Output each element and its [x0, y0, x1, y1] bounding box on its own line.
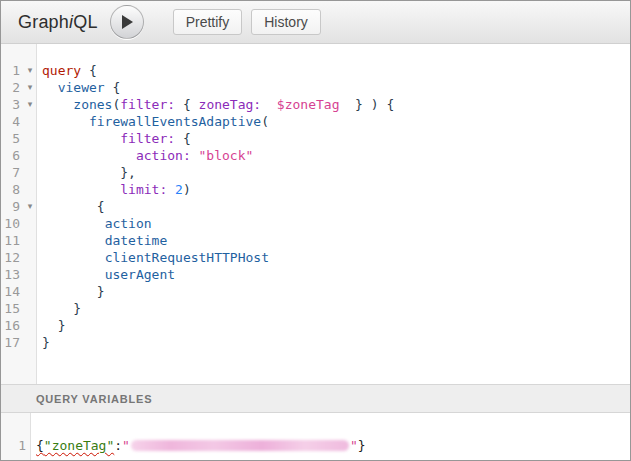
code-token: [42, 182, 120, 197]
topbar: GraphiQL Prettify History: [1, 1, 630, 44]
fold-gutter-spacer: [23, 181, 37, 198]
line-number: 7: [1, 164, 23, 181]
graphiql-window: GraphiQL Prettify History 1▾query {2▾ vi…: [0, 0, 631, 461]
code-text: }: [37, 283, 105, 300]
code-token: } ) {: [339, 97, 394, 112]
line-number: 4: [1, 113, 23, 130]
code-line[interactable]: 8 limit: 2): [1, 181, 630, 198]
code-token: zones: [73, 97, 112, 112]
code-token: }: [358, 438, 366, 453]
variables-editor[interactable]: 1 {"zoneTag":""}: [1, 413, 630, 460]
code-token: [42, 114, 89, 129]
code-text: clientRequestHTTPHost: [37, 249, 269, 266]
code-line[interactable]: 17}: [1, 334, 630, 351]
code-token: (: [261, 114, 269, 129]
code-line[interactable]: 10 action: [1, 215, 630, 232]
code-token: firewallEventsAdaptive: [89, 114, 261, 129]
line-number: 12: [1, 249, 23, 266]
logo-text-post: QL: [73, 12, 97, 32]
code-line[interactable]: 2▾ viewer {: [1, 79, 630, 96]
fold-gutter-spacer: [23, 215, 37, 232]
variables-editor-gutter: 1: [1, 413, 31, 460]
variables-code-line[interactable]: {"zoneTag":""}: [31, 413, 366, 460]
code-line[interactable]: 11 datetime: [1, 232, 630, 249]
code-line[interactable]: 3▾ zones(filter: { zoneTag: $zoneTag } )…: [1, 96, 630, 113]
code-token: {: [175, 131, 191, 146]
code-line[interactable]: 9▾ {: [1, 198, 630, 215]
code-text: limit: 2): [37, 181, 191, 198]
code-token: }: [42, 284, 105, 299]
fold-arrow-icon[interactable]: ▾: [23, 96, 37, 113]
code-token: $zoneTag: [277, 97, 340, 112]
code-token: ): [183, 182, 191, 197]
query-editor-lines: 1▾query {2▾ viewer {3▾ zones(filter: { z…: [1, 44, 630, 351]
code-line[interactable]: 5 filter: {: [1, 130, 630, 147]
code-line[interactable]: 13 userAgent: [1, 266, 630, 283]
code-token: datetime: [105, 233, 168, 248]
fold-gutter-spacer: [23, 113, 37, 130]
code-token: action:: [136, 148, 191, 163]
line-number: 17: [1, 334, 23, 351]
line-number: 16: [1, 317, 23, 334]
line-number: 9: [1, 198, 23, 215]
line-number: 3: [1, 96, 23, 113]
fold-gutter-spacer: [23, 283, 37, 300]
code-token: [42, 148, 136, 163]
fold-arrow-icon[interactable]: ▾: [23, 62, 37, 79]
prettify-button[interactable]: Prettify: [173, 9, 243, 35]
code-token: "zoneTag": [44, 438, 114, 453]
code-token: [42, 250, 105, 265]
line-number: 2: [1, 79, 23, 96]
code-token: }: [42, 318, 65, 333]
execute-query-button[interactable]: [110, 5, 144, 39]
code-line[interactable]: 4 firewallEventsAdaptive(: [1, 113, 630, 130]
code-token: }: [42, 335, 50, 350]
code-text: }: [37, 317, 65, 334]
line-number: 6: [1, 147, 23, 164]
fold-gutter-spacer: [23, 300, 37, 317]
code-token: zoneTag:: [199, 97, 262, 112]
code-token: [42, 97, 73, 112]
code-token: {: [175, 97, 198, 112]
code-token: }: [42, 301, 81, 316]
code-line[interactable]: 7 },: [1, 164, 630, 181]
line-number: 13: [1, 266, 23, 283]
line-number: 14: [1, 283, 23, 300]
code-line[interactable]: 12 clientRequestHTTPHost: [1, 249, 630, 266]
code-token: :: [114, 438, 122, 453]
code-text: datetime: [37, 232, 167, 249]
line-number: 11: [1, 232, 23, 249]
play-icon: [120, 15, 133, 29]
history-button[interactable]: History: [251, 9, 321, 35]
code-token: [42, 233, 105, 248]
code-token: [42, 80, 58, 95]
query-variables-title-bar[interactable]: QUERY VARIABLES: [1, 384, 630, 413]
code-text: query {: [37, 62, 97, 79]
code-token: [42, 131, 120, 146]
code-token: "block": [199, 148, 254, 163]
code-line[interactable]: 14 }: [1, 283, 630, 300]
code-token: ": [350, 438, 358, 453]
code-line[interactable]: 1▾query {: [1, 62, 630, 79]
code-line[interactable]: 15 }: [1, 300, 630, 317]
code-line[interactable]: 16 }: [1, 317, 630, 334]
code-text: filter: {: [37, 130, 191, 147]
code-text: zones(filter: { zoneTag: $zoneTag } ) {: [37, 96, 394, 113]
fold-gutter-spacer: [23, 317, 37, 334]
query-editor[interactable]: 1▾query {2▾ viewer {3▾ zones(filter: { z…: [1, 44, 630, 384]
code-token: query: [42, 63, 81, 78]
code-token: ": [122, 438, 130, 453]
code-token: {: [36, 438, 44, 453]
code-token: [42, 267, 105, 282]
code-line[interactable]: 6 action: "block": [1, 147, 630, 164]
code-token: {: [81, 63, 97, 78]
fold-gutter-spacer: [23, 249, 37, 266]
code-token: clientRequestHTTPHost: [105, 250, 269, 265]
line-number: 8: [1, 181, 23, 198]
fold-arrow-icon[interactable]: ▾: [23, 79, 37, 96]
fold-arrow-icon[interactable]: ▾: [23, 198, 37, 215]
variables-line-number: 1: [18, 438, 26, 453]
fold-gutter-spacer: [23, 232, 37, 249]
code-token: viewer: [58, 80, 105, 95]
fold-gutter-spacer: [23, 147, 37, 164]
